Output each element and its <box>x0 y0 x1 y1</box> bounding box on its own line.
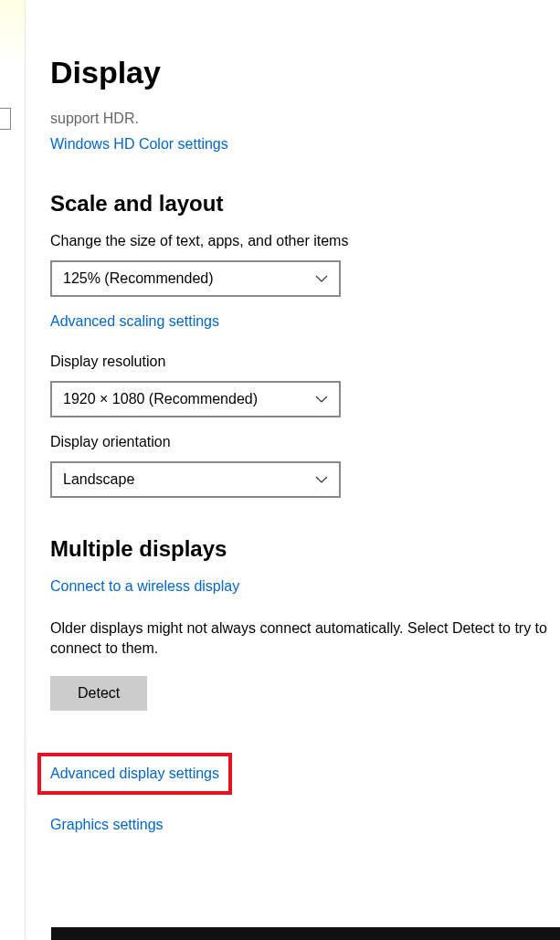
detect-button[interactable]: Detect <box>50 676 147 711</box>
settings-content: Display support HDR. Windows HD Color se… <box>50 0 560 833</box>
text-size-label: Change the size of text, apps, and other… <box>50 233 560 249</box>
left-edge-box <box>0 108 11 130</box>
orientation-dropdown[interactable]: Landscape <box>50 461 341 498</box>
graphics-settings-link[interactable]: Graphics settings <box>50 817 164 833</box>
chevron-down-icon <box>315 393 328 406</box>
hdr-support-text: support HDR. <box>50 111 560 127</box>
text-size-value: 125% (Recommended) <box>63 270 214 287</box>
hd-color-settings-link[interactable]: Windows HD Color settings <box>50 136 228 153</box>
resolution-label: Display resolution <box>50 354 560 370</box>
chevron-down-icon <box>315 272 328 285</box>
left-edge-tint <box>0 0 26 64</box>
advanced-display-settings-link[interactable]: Advanced display settings <box>50 766 219 782</box>
connect-wireless-link[interactable]: Connect to a wireless display <box>50 578 239 595</box>
chevron-down-icon <box>315 473 328 486</box>
scale-layout-heading: Scale and layout <box>50 191 560 217</box>
orientation-label: Display orientation <box>50 434 560 450</box>
left-edge-panel <box>0 0 26 940</box>
taskbar[interactable] <box>51 927 560 940</box>
resolution-dropdown[interactable]: 1920 × 1080 (Recommended) <box>50 381 341 417</box>
orientation-value: Landscape <box>63 471 134 488</box>
multiple-displays-heading: Multiple displays <box>50 536 560 562</box>
page-title: Display <box>50 55 560 90</box>
text-size-dropdown[interactable]: 125% (Recommended) <box>50 260 341 297</box>
detect-description: Older displays might not always connect … <box>50 618 560 660</box>
advanced-display-highlight: Advanced display settings <box>37 753 232 795</box>
resolution-value: 1920 × 1080 (Recommended) <box>63 391 258 407</box>
advanced-scaling-link[interactable]: Advanced scaling settings <box>50 313 219 330</box>
